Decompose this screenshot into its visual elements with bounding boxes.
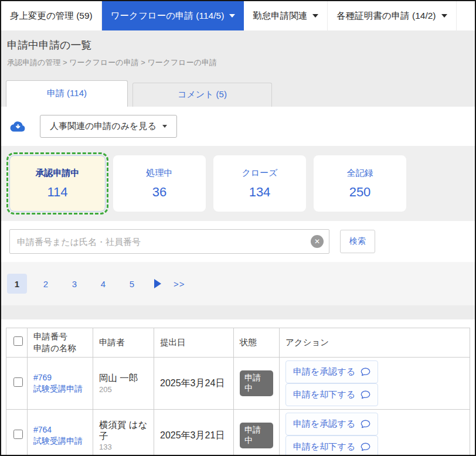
status-card-label: 処理中: [147, 168, 173, 179]
page-title: 申請中申請の一覧: [7, 38, 467, 52]
status-card-processing[interactable]: 処理中 36: [113, 155, 206, 212]
reject-request-button[interactable]: 申請を却下する: [285, 383, 378, 406]
row-checkbox[interactable]: [13, 377, 23, 387]
table-header-row: 申請番号 申請の名称 申請者 提出日 状態 アクション: [6, 328, 470, 358]
download-button[interactable]: [9, 120, 26, 133]
header-applicant: 申請者: [93, 328, 154, 358]
request-title-link[interactable]: 試験受講申請: [33, 435, 87, 447]
search-input[interactable]: [9, 229, 329, 254]
header-request-id: 申請番号 申請の名称: [28, 328, 93, 358]
status-card-closed[interactable]: クローズ 134: [213, 155, 306, 212]
approve-request-button[interactable]: 申請を承認する: [285, 413, 378, 435]
reject-request-label: 申請を却下する: [293, 389, 355, 400]
toolbar: 人事関連の申請のみを見る: [1, 107, 475, 146]
nav-item-certificates[interactable]: 各種証明書の申請 (14/2): [328, 1, 456, 30]
page-button-1[interactable]: 1: [7, 274, 27, 294]
clear-search-icon[interactable]: ✕: [311, 235, 324, 248]
header-status: 状態: [234, 328, 280, 358]
header-request-number: 申請番号: [33, 331, 87, 343]
reject-request-button[interactable]: 申請を却下する: [285, 435, 378, 456]
filter-dropdown-label: 人事関連の申請のみを見る: [50, 121, 157, 132]
nav-item-label: 各種証明書の申請 (14/2): [336, 10, 436, 22]
approve-request-label: 申請を承認する: [293, 418, 355, 430]
caret-down-icon: [229, 14, 235, 18]
actions-cell: 申請を承認する 申請を却下する: [280, 410, 470, 456]
status-card-pending-approval[interactable]: 承認申請中 114: [9, 155, 106, 212]
search-box: ✕: [9, 229, 329, 254]
tab-comments[interactable]: コメント (5): [132, 83, 272, 107]
status-cell: 申請中: [234, 410, 280, 456]
header-submitted-date: 提出日: [154, 328, 234, 358]
header-request-name: 申請の名称: [33, 343, 87, 355]
employee-number: 133: [99, 443, 148, 451]
nav-item-personal-change[interactable]: 身上変更の管理 (59): [1, 1, 102, 30]
comment-bubble-icon: [361, 443, 370, 451]
tab-requests[interactable]: 申請 (114): [6, 80, 128, 107]
caret-down-icon: [162, 125, 167, 128]
request-id-cell: #769 試験受講申請: [28, 358, 93, 410]
status-card-value: 134: [249, 185, 271, 200]
nav-item-label: ワークフローの申請 (114/5): [111, 10, 225, 22]
requests-table-wrap: 申請番号 申請の名称 申請者 提出日 状態 アクション #769 試験受講申請: [1, 319, 475, 456]
applicant-name: 岡山 一郎: [99, 373, 148, 384]
header-actions: アクション: [280, 328, 470, 358]
request-id-link[interactable]: #769: [33, 372, 87, 384]
nav-item-workflow-requests[interactable]: ワークフローの申請 (114/5): [102, 1, 244, 30]
submitted-date: 2025年3月24日: [154, 358, 234, 410]
reject-request-label: 申請を却下する: [293, 441, 355, 452]
nav-item-attendance-requests[interactable]: 勤怠申請関連: [244, 1, 328, 30]
status-card-value: 36: [152, 185, 166, 200]
status-badge: 申請中: [240, 370, 273, 396]
top-navigation: 身上変更の管理 (59) ワークフローの申請 (114/5) 勤怠申請関連 各種…: [1, 1, 475, 30]
page-header: 申請中申請の一覧 承認申請の管理 > ワークフローの申請 > ワークフローの申請: [1, 30, 475, 74]
request-id-cell: #764 試験受講申請: [28, 410, 93, 456]
page-button-2[interactable]: 2: [36, 274, 56, 294]
caret-down-icon: [441, 14, 447, 18]
request-id-link[interactable]: #764: [33, 424, 87, 436]
select-all-cell: [6, 328, 28, 358]
app-window: 身上変更の管理 (59) ワークフローの申請 (114/5) 勤怠申請関連 各種…: [0, 0, 476, 456]
row-checkbox[interactable]: [13, 430, 23, 439]
page-button-4[interactable]: 4: [93, 274, 113, 294]
nav-item-label: 身上変更の管理 (59): [10, 10, 93, 22]
applicant-name: 横須賀 はな子: [99, 420, 148, 441]
breadcrumb: 承認申請の管理 > ワークフローの申請 > ワークフローの申請: [7, 57, 467, 68]
request-title-link[interactable]: 試験受講申請: [33, 383, 87, 395]
actions-cell: 申請を承認する 申請を却下する: [280, 358, 470, 410]
status-card-value: 250: [349, 185, 371, 200]
page-button-5[interactable]: 5: [122, 274, 142, 294]
status-cell: 申請中: [234, 358, 280, 410]
status-badge: 申請中: [240, 423, 273, 448]
status-card-label: 承認申請中: [36, 168, 80, 179]
comment-bubble-icon: [361, 420, 370, 428]
approve-request-button[interactable]: 申請を承認する: [285, 360, 378, 383]
caret-down-icon: [312, 14, 318, 18]
page-button-3[interactable]: 3: [64, 274, 84, 294]
comment-bubble-icon: [361, 390, 370, 399]
status-card-label: 全記録: [347, 168, 373, 179]
search-row: ✕ 検索: [1, 221, 475, 262]
next-page-icon[interactable]: [154, 279, 161, 288]
filter-dropdown-button[interactable]: 人事関連の申請のみを見る: [40, 115, 177, 138]
requests-table: 申請番号 申請の名称 申請者 提出日 状態 アクション #769 試験受講申請: [6, 328, 470, 456]
cloud-download-icon: [9, 120, 26, 133]
status-card-band: 承認申請中 114 処理中 36 クローズ 134 全記録 250: [1, 146, 475, 221]
table-row: #764 試験受講申請 横須賀 はな子 133 2025年3月21日 申請中 申…: [6, 410, 470, 456]
comment-bubble-icon: [361, 367, 370, 376]
select-all-checkbox[interactable]: [13, 336, 23, 346]
search-button[interactable]: 検索: [340, 230, 375, 253]
table-row: #769 試験受講申請 岡山 一郎 205 2025年3月24日 申請中 申請を…: [6, 358, 470, 410]
status-card-label: クローズ: [242, 168, 277, 179]
status-card-value: 114: [47, 185, 67, 200]
employee-number: 205: [99, 385, 148, 394]
approve-request-label: 申請を承認する: [293, 366, 355, 377]
pagination: 1 2 3 4 5 >>: [1, 262, 475, 305]
nav-item-label: 勤怠申請関連: [253, 10, 307, 22]
applicant-cell: 岡山 一郎 205: [93, 358, 154, 410]
row-select-cell: [6, 410, 28, 456]
section-divider-band: [1, 305, 475, 319]
last-page-button[interactable]: >>: [174, 279, 185, 289]
status-card-all-records[interactable]: 全記録 250: [314, 155, 406, 212]
applicant-cell: 横須賀 はな子 133: [93, 410, 154, 456]
submitted-date: 2025年3月21日: [154, 410, 234, 456]
